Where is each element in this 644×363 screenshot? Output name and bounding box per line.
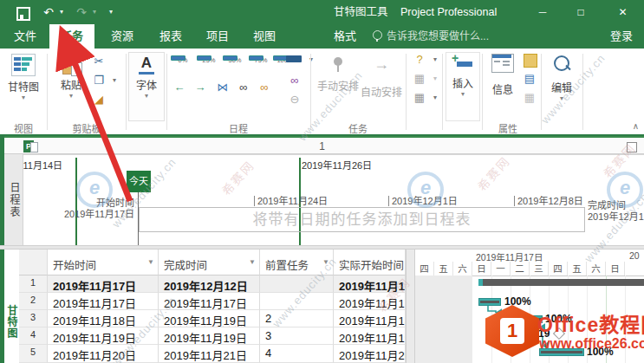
move-task-icon[interactable] xyxy=(286,55,302,62)
cell-finish[interactable]: 2019年12月12日 xyxy=(159,275,260,293)
cell-finish[interactable]: 2019年11月21日 xyxy=(159,345,260,363)
notes-icon[interactable] xyxy=(524,54,537,68)
move-mode-dropdown-icon[interactable]: ▾ xyxy=(426,71,444,87)
respect-links-icon[interactable]: ∞ xyxy=(286,73,303,88)
unlink-tasks-icon[interactable]: ∞ xyxy=(256,80,273,95)
column-header-finish[interactable]: 完成时间▼ xyxy=(159,250,260,275)
gantt-chart-view-button[interactable]: 甘特图 ▾ xyxy=(4,52,42,120)
collapse-ribbon-icon[interactable]: ∧ xyxy=(633,121,639,131)
tab-view[interactable]: 视图 xyxy=(244,24,285,49)
timeline-pane[interactable]: 2019年11月14日 2019年11月26日 今天 开始时间 2019年11月… xyxy=(23,154,644,245)
cell-start[interactable]: 2019年11月18日 xyxy=(48,310,159,327)
ribbon: 甘特图 ▾ 视图 粘贴 ▾ ✂ ❐ ▾ ◢ 剪贴板 A 字体 ▾ 0% 25% … xyxy=(0,49,644,136)
tab-format[interactable]: 格式 xyxy=(322,24,368,49)
tab-task[interactable]: 任务 xyxy=(49,24,94,49)
filter-dropdown-icon[interactable]: ▼ xyxy=(322,258,329,266)
cell-predecessors[interactable] xyxy=(260,275,334,293)
task-mode-icon[interactable]: ▦ xyxy=(411,90,428,106)
restore-pane-icon[interactable] xyxy=(627,142,637,152)
cell-predecessors[interactable]: 3 xyxy=(260,327,334,345)
cell-finish[interactable]: 2019年11月19日 xyxy=(159,310,260,327)
gantt-chart-area[interactable]: 2019年11月17日 20 四 五 六 日 一 二 三 四 五 六 日 100… xyxy=(415,250,644,363)
redo-button[interactable]: ↷ xyxy=(73,0,90,24)
editing-button[interactable]: 编辑 ▾ xyxy=(544,52,579,120)
redo-dropdown-icon[interactable]: ▾ xyxy=(90,0,99,24)
cell-start[interactable]: 2019年11月20日 xyxy=(48,345,159,363)
copy-icon[interactable]: ❐ xyxy=(90,73,107,88)
undo-dropdown-icon[interactable]: ▾ xyxy=(57,0,66,24)
link-tasks-icon[interactable]: ∞ xyxy=(235,80,252,95)
cell-actual-start[interactable]: 2019年11月17日 xyxy=(334,293,406,310)
row-number[interactable]: 3 xyxy=(19,310,48,327)
move-mode-icon[interactable]: ▦ xyxy=(411,71,428,87)
copy-dropdown-icon[interactable]: ▾ xyxy=(106,73,123,88)
table-chart-divider[interactable] xyxy=(406,250,415,363)
group-separator xyxy=(582,54,583,130)
magnifier-icon xyxy=(554,55,569,71)
clipboard-group-label: 剪贴板 xyxy=(48,121,126,135)
percent-75-button[interactable]: 75% xyxy=(249,55,273,64)
cell-predecessors[interactable]: 2 xyxy=(260,310,334,327)
close-button[interactable]: ✕ xyxy=(602,0,644,24)
column-header-actual-start[interactable]: 实际开始时间 xyxy=(334,250,406,275)
cell-actual-start[interactable]: 2019年11月18日 xyxy=(334,310,406,327)
format-painter-icon[interactable]: ◢ xyxy=(90,92,107,107)
percent-25-button[interactable]: 25% xyxy=(197,55,221,64)
paste-button[interactable]: 粘贴 ▾ xyxy=(52,52,90,120)
group-separator xyxy=(310,54,311,130)
cell-actual-start[interactable]: 2019年11月17日 xyxy=(334,275,406,293)
auto-schedule-button[interactable]: → 自动安排 xyxy=(361,52,402,120)
cell-finish[interactable]: 2019年11月19日 xyxy=(159,327,260,345)
percent-bar-icon xyxy=(223,55,237,61)
cell-actual-start[interactable]: 2019年11月19日 xyxy=(334,327,406,345)
maximize-button[interactable]: □ xyxy=(562,0,600,24)
gantt-pane-tab[interactable]: 甘特图 xyxy=(3,305,19,363)
details-icon[interactable]: ▤ xyxy=(521,71,538,87)
undo-button[interactable]: ↶ xyxy=(40,0,57,24)
outdent-task-icon[interactable]: ← xyxy=(171,80,188,95)
task-information-icon xyxy=(491,54,514,73)
row-number[interactable]: 2 xyxy=(19,293,48,310)
minimize-button[interactable]: ─ xyxy=(524,0,562,24)
cell-start[interactable]: 2019年11月17日 xyxy=(48,293,159,310)
tab-resource[interactable]: 资源 xyxy=(101,24,143,49)
tab-project[interactable]: 项目 xyxy=(197,24,238,49)
filter-dropdown-icon[interactable]: ▼ xyxy=(249,258,256,266)
column-header-predecessors[interactable]: 前置任务▼ xyxy=(260,250,334,275)
timeline-pane-tab[interactable]: 日程表 xyxy=(4,154,23,245)
indent-task-icon[interactable]: → xyxy=(192,80,209,95)
filter-dropdown-icon[interactable]: ▼ xyxy=(147,258,154,266)
task-inspector-icon[interactable]: ? xyxy=(411,52,428,68)
task-mode-dropdown-icon[interactable]: ▾ xyxy=(426,90,444,106)
task-information-button[interactable]: 信息 xyxy=(485,52,520,120)
save-icon[interactable] xyxy=(16,7,30,21)
cell-actual-start[interactable]: 2019年11月20日 xyxy=(334,345,406,363)
split-task-icon[interactable]: ⋈ xyxy=(214,80,231,95)
row-number-header[interactable] xyxy=(19,250,48,275)
cell-predecessors[interactable]: 4 xyxy=(260,345,334,363)
insert-task-button[interactable]: + 插入 ▾ xyxy=(446,52,480,121)
row-number[interactable]: 1 xyxy=(19,275,48,293)
percent-0-button[interactable]: 0% xyxy=(171,55,195,64)
today-flag: 今天 xyxy=(127,171,151,192)
cell-start[interactable]: 2019年11月17日 xyxy=(48,275,159,293)
cell-finish[interactable]: 2019年11月17日 xyxy=(159,293,260,310)
customize-quick-access-icon[interactable]: ▾ xyxy=(106,0,116,24)
add-to-timeline-icon[interactable]: ▦ xyxy=(521,90,538,106)
manually-schedule-button[interactable]: 手动安排 xyxy=(317,52,359,120)
task-inspector-dropdown-icon[interactable]: ▾ xyxy=(426,52,444,68)
cell-start[interactable]: 2019年11月19日 xyxy=(48,327,159,345)
column-header-start[interactable]: 开始时间▼ xyxy=(48,250,159,275)
timeline-placeholder-box[interactable]: 将带有日期的任务添加到日程表 xyxy=(139,207,585,232)
cut-icon[interactable]: ✂ xyxy=(90,54,107,69)
font-button[interactable]: A 字体 ▾ xyxy=(128,52,165,121)
inactivate-task-icon[interactable]: ⊖ xyxy=(286,92,303,107)
tell-me-search[interactable]: 告诉我您想要做什么... xyxy=(373,24,546,49)
cell-predecessors[interactable] xyxy=(260,293,334,310)
tab-file[interactable]: 文件 xyxy=(3,24,47,49)
row-number[interactable]: 4 xyxy=(19,327,48,345)
percent-50-button[interactable]: 50% xyxy=(223,55,247,64)
sign-in-link[interactable]: 登录 xyxy=(602,24,641,49)
tab-report[interactable]: 报表 xyxy=(150,24,192,49)
row-number[interactable]: 5 xyxy=(19,345,48,363)
